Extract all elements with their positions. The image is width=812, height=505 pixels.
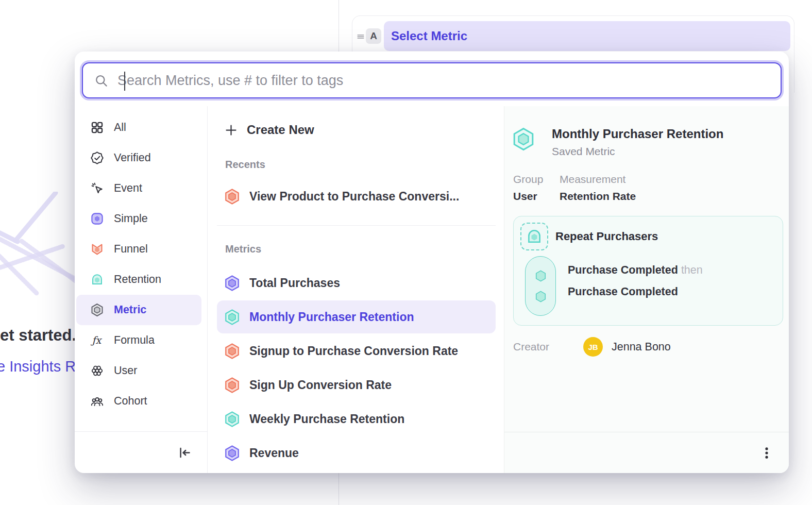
search-input[interactable] [117,73,769,89]
background-link-partial[interactable]: e Insights Re [0,358,84,375]
definition-steps: Purchase Completedthen Purchase Complete… [525,256,774,316]
sidebar-item-label: Simple [114,212,148,225]
retention-metric-icon [90,273,104,287]
metric-detail-panel: Monthly Purchaser Retention Saved Metric… [504,106,789,473]
sidebar-item-formula[interactable]: ƒx Formula [75,325,207,356]
metric-picker-modal: All Verified Event [75,52,789,473]
sidebar-item-label: Retention [114,273,161,286]
detail-properties: Group User Measurement Retention Rate [513,173,789,203]
sidebar-item-user[interactable]: User [75,356,207,386]
create-new-label: Create New [247,123,314,137]
formula-icon: ƒx [90,333,104,347]
modal-body: All Verified Event [75,106,789,473]
metric-hexagon-icon [224,343,241,360]
metric-item-label: Revenue [249,446,299,460]
funnel-metric-icon [90,242,104,256]
retention-definition-card: Repeat Purchasers Purchase Comp [513,216,783,326]
step-1-event: Purchase Completed [568,264,678,276]
sidebar-item-label: Metric [114,304,146,316]
detail-subtitle: Saved Metric [552,145,723,158]
metric-hexagon-icon [224,411,241,428]
group-label: Group [513,173,560,186]
grid-icon [90,121,104,134]
saved-metric-hexagon-icon [511,127,536,152]
select-metric-button[interactable]: Select Metric [384,21,790,51]
type-filter-sidebar: All Verified Event [75,106,208,473]
text-caret [124,72,125,91]
metric-item-label: Sign Up Conversion Rate [249,378,392,392]
metric-item-weekly-purchase-retention[interactable]: Weekly Purchase Retention [217,402,496,435]
recents-section-header: Recents [225,159,496,171]
retention-arch-icon [526,228,543,245]
step-hexagon-icon [534,269,548,283]
cohort-people-icon [90,394,104,408]
search-box[interactable] [82,62,782,98]
measurement-property: Measurement Retention Rate [560,173,636,203]
metric-item-label: Monthly Purchaser Retention [249,310,414,324]
sidebar-item-label: Funnel [114,243,148,256]
search-icon [94,74,108,88]
collapse-sidebar-icon[interactable] [178,446,192,460]
verified-badge-icon [90,151,104,165]
group-value: User [513,190,560,203]
step-1: Purchase Completedthen [568,264,703,277]
creator-avatar: JB [583,337,603,357]
metric-list-panel: Create New Recents View Product to Purch… [208,106,504,473]
section-divider [217,225,496,226]
recent-item-view-product-funnel[interactable]: View Product to Purchase Conversi... [217,180,496,213]
simple-metric-icon [90,212,104,226]
step-2: Purchase Completed [568,285,703,298]
metric-hexagon-icon [224,275,241,292]
metric-hexagon-icon [224,309,241,326]
metric-row-badge: A [366,28,381,44]
metric-item-label: Weekly Purchase Retention [249,412,404,426]
sidebar-item-label: Event [114,182,142,195]
step-hexagon-icon [534,290,548,304]
definition-name: Repeat Purchasers [555,230,658,243]
plus-icon [224,123,238,137]
metric-item-revenue[interactable]: Revenue [217,436,496,469]
event-cursor-icon [90,181,104,195]
funnel-hexagon-icon [224,188,241,205]
step-sequence-capsule [525,256,556,316]
metric-hexagon-icon [224,377,241,394]
metric-item-total-purchases[interactable]: Total Purchases [217,266,496,299]
creator-label: Creator [513,341,583,353]
screen: et started. e Insights Re A Select Metri… [0,0,812,505]
measurement-label: Measurement [560,173,636,186]
sidebar-item-label: Cohort [114,395,147,408]
search-bar-area [75,52,789,106]
detail-header: Monthly Purchaser Retention Saved Metric [511,127,779,158]
metric-hexagon-icon [90,303,104,317]
metric-item-signup-to-purchase-conversion-rate[interactable]: Signup to Purchase Conversion Rate [217,334,496,367]
sidebar-item-label: Formula [114,334,155,347]
create-new-button[interactable]: Create New [217,113,496,146]
sidebar-item-verified[interactable]: Verified [75,143,207,173]
step-2-event: Purchase Completed [568,285,678,298]
sidebar-item-funnel[interactable]: Funnel [75,234,207,264]
user-cluster-icon [90,364,104,378]
metric-hexagon-icon [224,445,241,462]
sidebar-item-all[interactable]: All [75,112,207,143]
sidebar-item-label: Verified [114,152,151,164]
background-heading-partial: et started. [0,326,76,345]
more-options-icon[interactable] [760,446,773,460]
svg-text:ƒx: ƒx [90,334,102,346]
drag-handle-icon[interactable] [356,31,366,42]
metric-item-sign-up-conversion-rate[interactable]: Sign Up Conversion Rate [217,368,496,401]
sidebar-item-retention[interactable]: Retention [75,264,207,295]
creator-name: Jenna Bono [612,341,671,354]
sidebar-footer [75,431,207,473]
step-1-connector: then [681,264,703,276]
sidebar-item-label: User [114,364,137,377]
definition-header: Repeat Purchasers [520,223,774,250]
group-property: Group User [513,173,560,203]
sidebar-item-cohort[interactable]: Cohort [75,386,207,416]
sidebar-item-event[interactable]: Event [75,173,207,204]
detail-footer [504,432,789,473]
metrics-section-header: Metrics [225,243,496,255]
creator-row: Creator JB Jenna Bono [513,337,789,357]
sidebar-item-simple[interactable]: Simple [75,204,207,234]
metric-item-monthly-purchaser-retention[interactable]: Monthly Purchaser Retention [217,300,496,333]
sidebar-item-metric[interactable]: Metric [76,295,201,325]
